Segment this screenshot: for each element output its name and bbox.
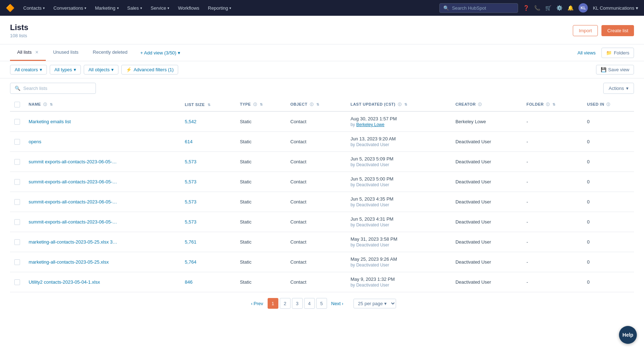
next-page-button[interactable]: Next › [328, 301, 346, 306]
name-column-header: NAME ⓘ ⇅ [24, 98, 180, 111]
name-sort-icon[interactable]: ⇅ [50, 102, 53, 106]
actions-button[interactable]: Actions ▾ [603, 83, 634, 94]
list-size-sort-icon[interactable]: ⇅ [208, 103, 211, 107]
sales-chevron-icon: ▾ [140, 6, 142, 10]
page-5-button[interactable]: 5 [316, 298, 327, 309]
search-lists-input[interactable] [23, 86, 88, 91]
user-chevron-icon: ▾ [636, 5, 638, 11]
tab-unused-lists[interactable]: Unused lists [46, 44, 86, 61]
user-name[interactable]: KL Communications ▾ [593, 5, 638, 11]
create-list-button[interactable]: Create list [601, 25, 634, 36]
global-search[interactable]: 🔍 [439, 3, 518, 13]
row-checkbox[interactable] [14, 179, 20, 185]
last-updated-sort-icon[interactable]: ⇅ [404, 102, 408, 106]
nav-workflows[interactable]: Workflows [178, 5, 199, 11]
creators-chevron-icon: ▾ [40, 67, 42, 72]
all-creators-filter[interactable]: All creators ▾ [10, 65, 47, 74]
last-updated-info-icon: ⓘ [398, 102, 402, 106]
global-search-input[interactable] [452, 5, 513, 11]
row-checkbox[interactable] [14, 119, 20, 125]
row-checkbox-cell [10, 232, 24, 252]
phone-icon[interactable]: 📞 [534, 5, 540, 11]
select-all-header [10, 98, 24, 111]
nav-sales[interactable]: Sales ▾ [127, 5, 142, 11]
row-type: Static [235, 111, 286, 132]
row-used-in: 0 [583, 232, 634, 252]
row-last-updated: Jun 5, 2023 4:35 PM by Deactivated User [346, 192, 451, 212]
per-page-select[interactable]: 25 per page ▾ [353, 299, 396, 308]
nav-service[interactable]: Service ▾ [151, 5, 169, 11]
row-used-in: 0 [583, 252, 634, 272]
row-checkbox[interactable] [14, 239, 20, 245]
updated-by-link[interactable]: Berkeley Lowe [356, 122, 385, 127]
help-icon[interactable]: ❓ [523, 5, 529, 11]
tab-all-lists[interactable]: All lists ✕ [10, 44, 46, 61]
tabs-right-actions: All views 📁 Folders [577, 48, 634, 58]
row-checkbox[interactable] [14, 279, 20, 285]
table-row: opens 614 Static Contact Jun 13, 2023 9:… [10, 132, 634, 152]
list-name-link[interactable]: opens [29, 139, 41, 144]
row-name: summit exports-all-contacts-2023-06-05-… [24, 152, 180, 172]
tab-recently-deleted[interactable]: Recently deleted [86, 44, 135, 61]
list-search-container[interactable]: 🔍 [10, 83, 96, 94]
select-all-checkbox[interactable] [14, 102, 20, 107]
row-folder: - [522, 172, 583, 192]
row-checkbox[interactable] [14, 159, 20, 165]
table-row: summit-exports-all-contacts-2023-06-05-…… [10, 212, 634, 232]
nav-conversations[interactable]: Conversations ▾ [53, 5, 86, 11]
close-all-lists-tab-icon[interactable]: ✕ [35, 50, 39, 55]
row-name: summit-exports-all-contacts-2023-06-05-… [24, 172, 180, 192]
row-used-in: 0 [583, 152, 634, 172]
type-sort-icon[interactable]: ⇅ [260, 102, 263, 106]
list-name-link[interactable]: summit exports-all-contacts-2023-06-05-… [29, 159, 117, 164]
row-type: Static [235, 152, 286, 172]
row-checkbox[interactable] [14, 199, 20, 205]
row-creator: Deactivated User [451, 192, 522, 212]
list-name-link[interactable]: Marketing emails list [29, 119, 71, 124]
page-4-button[interactable]: 4 [304, 298, 315, 309]
row-checkbox[interactable] [14, 139, 20, 145]
folders-button[interactable]: 📁 Folders [601, 48, 634, 58]
notifications-icon[interactable]: 🔔 [567, 5, 574, 11]
all-objects-filter[interactable]: All objects ▾ [84, 65, 118, 74]
all-types-filter[interactable]: All types ▾ [50, 65, 81, 74]
creator-info-icon: ⓘ [478, 102, 482, 106]
filters-bar: All creators ▾ All types ▾ All objects ▾… [0, 61, 644, 78]
row-checkbox[interactable] [14, 259, 20, 265]
list-name-link[interactable]: summit-exports-all-contacts-2023-06-05-… [29, 179, 117, 184]
page-2-button[interactable]: 2 [280, 298, 291, 309]
reporting-chevron-icon: ▾ [229, 6, 231, 10]
help-button[interactable]: Help [619, 326, 637, 344]
nav-contacts[interactable]: Contacts ▾ [23, 5, 45, 11]
nav-marketing[interactable]: Marketing ▾ [95, 5, 118, 11]
save-view-button[interactable]: 💾 Save view [596, 65, 634, 74]
marketplace-icon[interactable]: 🛒 [545, 5, 551, 11]
prev-page-button[interactable]: ‹ Prev [248, 301, 266, 306]
list-name-link[interactable]: marketing-all-contacts-2023-05-25.xlsx [29, 259, 109, 265]
add-view-button[interactable]: + Add view (3/50) ▾ [135, 45, 186, 61]
conversations-chevron-icon: ▾ [84, 6, 86, 10]
list-name-link[interactable]: summit-exports-all-contacts-2023-06-05-… [29, 219, 117, 225]
folder-sort-icon[interactable]: ⇅ [552, 102, 556, 106]
row-folder: - [522, 152, 583, 172]
list-name-link[interactable]: summit-exports-all-contacts-2023-06-05-… [29, 199, 117, 205]
row-checkbox[interactable] [14, 219, 20, 225]
types-chevron-icon: ▾ [74, 67, 76, 72]
row-folder: - [522, 132, 583, 152]
all-views-link[interactable]: All views [577, 50, 596, 56]
row-type: Static [235, 232, 286, 252]
row-name: marketing-all-contacts-2023-05-25.xlsx 3… [24, 232, 180, 252]
hubspot-logo[interactable]: 🔶 [6, 4, 15, 12]
advanced-filters-button[interactable]: ⚡ Advanced filters (1) [121, 65, 178, 74]
page-1-button[interactable]: 1 [268, 298, 278, 309]
nav-reporting[interactable]: Reporting ▾ [208, 5, 231, 11]
import-button[interactable]: Import [573, 25, 598, 36]
list-name-link[interactable]: marketing-all-contacts-2023-05-25.xlsx 3… [29, 239, 117, 245]
list-name-link[interactable]: Utility2 contacts-2023-05-04-1.xlsx [29, 279, 100, 285]
row-creator: Deactivated User [451, 132, 522, 152]
object-info-icon: ⓘ [310, 102, 314, 106]
row-used-in: 0 [583, 212, 634, 232]
page-3-button[interactable]: 3 [292, 298, 303, 309]
settings-icon[interactable]: ⚙️ [556, 5, 562, 11]
object-sort-icon[interactable]: ⇅ [316, 102, 319, 106]
